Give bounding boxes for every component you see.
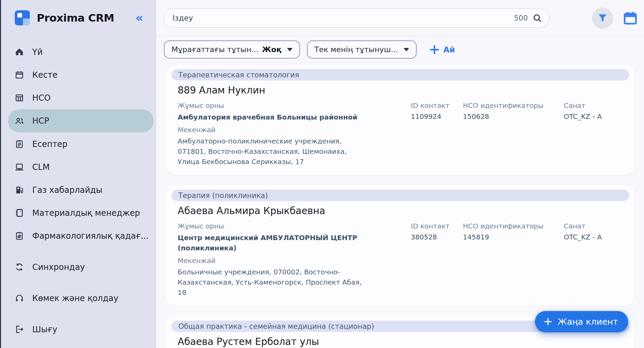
client-name: Абаева Рустем Ерболат улы — [178, 336, 623, 347]
calendar-button[interactable] — [623, 11, 638, 26]
client-card[interactable]: Терапия (поликлиника) Абаева Альмира Кры… — [166, 185, 634, 306]
topbar: 500 — [156, 0, 644, 36]
topbar-actions — [592, 8, 638, 29]
address-value: Больничные учреждения, 070002, Восточно-… — [178, 267, 370, 298]
report-clipboard-icon — [15, 139, 24, 149]
new-client-label: Жаңа клиент — [558, 317, 618, 327]
sidebar-item-schedule[interactable]: Кесте — [15, 63, 152, 86]
sidebar-item-label: Кесте — [32, 70, 58, 80]
contact-id-value: 380528 — [411, 233, 463, 241]
category-value: OTC_KZ - A — [564, 233, 602, 241]
sidebar-item-label: Үй — [32, 47, 43, 57]
sidebar-item-home[interactable]: Үй — [15, 40, 152, 63]
people-icon — [15, 116, 24, 126]
contact-id-label: ID контакт — [411, 101, 463, 110]
sidebar-item-label: НСР — [32, 116, 49, 126]
plus-icon — [543, 317, 553, 326]
workplace-value: Амбулатория врачебная Больницы районной — [178, 112, 370, 122]
laptop-icon — [15, 162, 24, 172]
sidebar-item-material-manager[interactable]: Материалдық менеджер — [15, 201, 152, 224]
sidebar-item-label: НСО — [32, 93, 51, 103]
sidebar-item-pharmacovigilance[interactable]: Фармакологиялық қадағ... — [15, 224, 152, 247]
sidebar-nav: Үй Кесте НСО НСР Есептер CLM Газ хабарла… — [15, 40, 152, 341]
sidebar-item-label: Есептер — [32, 139, 68, 149]
client-name: 889 Алам Нуклин — [178, 85, 623, 96]
app-logo — [15, 10, 30, 25]
sidebar: Proxima CRM « Үй Кесте НСО НСР Есептер C… — [1, 0, 156, 348]
logo-row: Proxima CRM « — [15, 9, 152, 27]
home-icon — [15, 47, 24, 57]
client-list: Терапевтическая стоматология 889 Алам Ну… — [156, 64, 644, 348]
address-label: Мекенжай — [178, 257, 370, 265]
chevron-down-icon — [287, 48, 293, 51]
archived-customers-filter[interactable]: Мұрағаттағы тұтын... Жоқ — [164, 40, 300, 59]
sidebar-item-label: Материалдық менеджер — [32, 208, 140, 218]
headset-icon — [15, 294, 24, 303]
contact-id-value: 1109924 — [411, 112, 463, 121]
hco-id-value: 150628 — [463, 112, 564, 121]
client-name: Абаева Альмира Крыкбаевна — [178, 205, 623, 216]
sidebar-item-sync[interactable]: Синхрондау — [15, 256, 152, 278]
app-title: Proxima CRM — [37, 12, 114, 24]
sidebar-item-label: Көмек және қолдау — [32, 294, 118, 303]
plus-icon — [429, 44, 440, 55]
search-icon[interactable] — [533, 13, 542, 23]
filter-label: Тек менің тұтынуш... — [314, 45, 398, 54]
sidebar-item-label: Синхрондау — [32, 262, 85, 272]
sidebar-item-label: Шығу — [32, 325, 57, 334]
address-value: Амбулаторно-поликлинические учреждения, … — [178, 136, 370, 167]
fuel-pump-icon — [15, 185, 24, 195]
pharma-clipboard-icon — [15, 231, 24, 240]
sidebar-item-hcp[interactable]: НСР — [8, 109, 154, 133]
filter-chips-row: Мұрағаттағы тұтын... Жоқ Тек менің тұтын… — [156, 36, 644, 64]
filter-value: Жоқ — [262, 45, 282, 54]
add-month-label: Ай — [443, 45, 455, 54]
workplace-label: Жұмыс орны — [178, 222, 370, 230]
workplace-label: Жұмыс орны — [178, 101, 370, 110]
sidebar-collapse-icon[interactable]: « — [135, 12, 143, 24]
sidebar-item-logout[interactable]: Шығу — [15, 318, 152, 341]
sidebar-item-help-support[interactable]: Көмек және қолдау — [15, 287, 152, 310]
category-label: Санат — [564, 222, 602, 230]
hco-ids-label: НСО идентификаторы — [463, 222, 564, 230]
funnel-icon — [597, 13, 608, 23]
main-content: 500 Мұрағаттағы тұтын... Жоқ — [156, 0, 644, 348]
calendar-icon — [15, 70, 24, 79]
calendar-icon — [623, 11, 638, 26]
table-icon — [15, 93, 24, 102]
sidebar-item-hco[interactable]: НСО — [15, 86, 152, 109]
sidebar-item-label: CLM — [32, 162, 50, 172]
hco-id-value: 145819 — [463, 233, 564, 241]
notebook-icon — [15, 208, 24, 218]
workplace-value: Центр медицинский АМБУЛАТОРНЫЙ ЦЕНТР (по… — [178, 233, 370, 253]
sidebar-item-clm[interactable]: CLM — [15, 156, 152, 178]
new-client-button[interactable]: Жаңа клиент — [535, 311, 628, 332]
filter-label: Мұрағаттағы тұтын... — [171, 45, 259, 54]
sidebar-item-gas-notify[interactable]: Газ хабарлайды — [15, 178, 152, 201]
sidebar-item-reports[interactable]: Есептер — [15, 133, 152, 156]
logout-icon — [15, 325, 24, 334]
specialty-badge: Терапевтическая стоматология — [171, 69, 629, 80]
sidebar-item-label: Газ хабарлайды — [32, 185, 103, 195]
client-card[interactable]: Терапевтическая стоматология 889 Алам Ну… — [166, 65, 634, 175]
contact-id-label: ID контакт — [411, 222, 463, 230]
category-label: Санат — [564, 101, 602, 110]
sidebar-item-label: Фармакологиялық қадағ... — [32, 231, 148, 241]
only-my-customers-filter[interactable]: Тек менің тұтынуш... — [307, 40, 417, 59]
filter-button[interactable] — [592, 8, 613, 29]
address-label: Мекенжай — [178, 126, 370, 134]
result-limit-badge: 500 — [514, 14, 528, 22]
category-value: OTC_KZ - A — [564, 112, 602, 121]
specialty-badge: Терапия (поликлиника) — [171, 190, 629, 201]
search-input[interactable] — [172, 14, 514, 22]
sync-icon — [15, 262, 24, 272]
chevron-down-icon — [404, 48, 409, 51]
search-bar: 500 — [164, 9, 549, 28]
hco-ids-label: НСО идентификаторы — [463, 101, 564, 110]
add-month-button[interactable]: Ай — [429, 44, 455, 55]
